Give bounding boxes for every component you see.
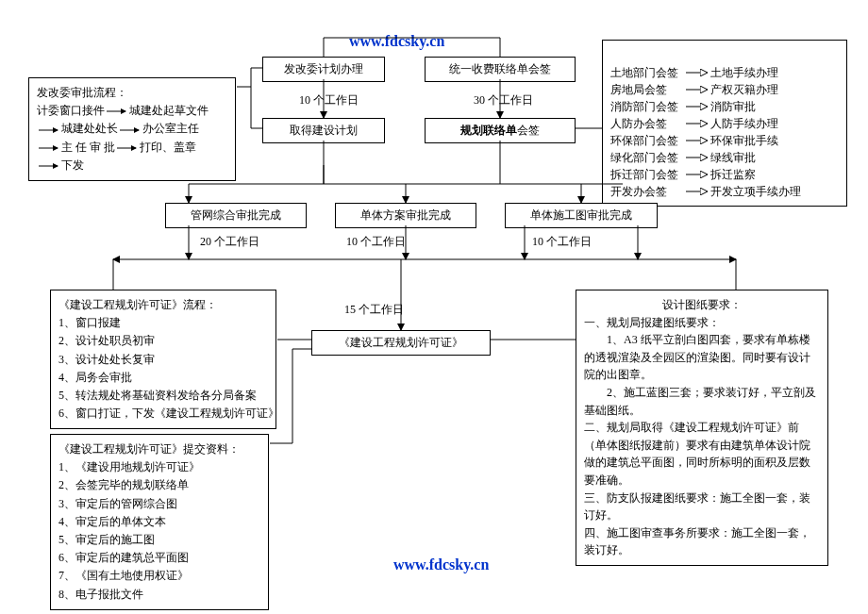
legend-row-1: 房地局会签产权灭籍办理 (610, 81, 839, 98)
union-bold: 规划联络单 (460, 124, 517, 137)
panel-legend: 土地部门会签土地手续办理 房地局会签产权灭籍办理 消防部门会签消防审批 人防办会… (602, 40, 847, 207)
legend-row-6: 拆迁部门会签拆迁监察 (610, 166, 839, 183)
proc-3: 3、设计处处长复审 (58, 351, 268, 369)
req-l1a: 1、A3 纸平立剖白图四套，要求有单栋楼的透视渲染及全园区的渲染图。同时要有设计… (584, 331, 820, 384)
flow-row3: 主 任 审 批打印、盖章 (37, 139, 227, 157)
req-title: 设计图纸要求： (584, 296, 820, 314)
legend-row-4: 环保部门会签环保审批手续 (610, 132, 839, 149)
label-20days: 20 个工作日 (198, 234, 261, 250)
panel-submit: 《建设工程规划许可证》提交资料： 1、《建设用地规划许可证》 2、会签完毕的规划… (50, 434, 269, 610)
label-10days-a: 10 个工作日 (344, 234, 408, 250)
submit-7: 7、《国有土地使用权证》 (58, 567, 260, 585)
label-10days-b: 10 个工作日 (530, 234, 593, 250)
box-scheme-done: 单体方案审批完成 (335, 203, 476, 228)
flow-row1: 计委窗口接件城建处起草文件 (37, 102, 227, 120)
legend-row-5: 绿化部门会签绿线审批 (610, 149, 839, 166)
proc-title: 《建设工程规划许可证》流程： (58, 296, 268, 314)
req-l1b: 2、施工蓝图三套；要求装订好，平立剖及基础图纸。 (584, 384, 820, 419)
proc-6: 6、窗口打证，下发《建设工程规划许可证》 (58, 405, 268, 423)
flow-title: 发改委审批流程： (37, 84, 227, 102)
box-construction-done: 单体施工图审批完成 (505, 203, 658, 228)
req-l2: 二、规划局取得《建设工程规划许可证》前（单体图纸报建前）要求有由建筑单体设计院做… (584, 419, 820, 489)
box-pipe-done: 管网综合审批完成 (165, 203, 307, 228)
flow-row4: 下发 (37, 157, 227, 174)
legend-row-2: 消防部门会签消防审批 (610, 98, 839, 115)
label-15days: 15 个工作日 (342, 302, 406, 318)
box-union-sign: 规划联络单会签 (425, 118, 576, 143)
union-suffix: 会签 (517, 124, 540, 137)
proc-5: 5、转法规处将基础资料发给各分局备案 (58, 387, 268, 405)
box-get-plan: 取得建设计划 (262, 118, 385, 143)
legend-row-0: 土地部门会签土地手续办理 (610, 64, 839, 81)
submit-1: 1、《建设用地规划许可证》 (58, 458, 260, 476)
legend-row-3: 人防办会签人防手续办理 (610, 115, 839, 132)
submit-title: 《建设工程规划许可证》提交资料： (58, 440, 260, 458)
submit-2: 2、会签完毕的规划联络单 (58, 476, 260, 494)
proc-2: 2、设计处职员初审 (58, 332, 268, 350)
flow-row2: 城建处处长办公室主任 (37, 120, 227, 138)
label-10days-top: 10 个工作日 (297, 92, 360, 108)
box-permit: 《建设工程规划许可证》 (311, 330, 491, 356)
panel-requirements: 设计图纸要求： 一、规划局报建图纸要求： 1、A3 纸平立剖白图四套，要求有单栋… (576, 290, 828, 566)
req-l4: 四、施工图审查事务所要求：施工全图一套，装订好。 (584, 524, 820, 559)
box-plan: 发改委计划办理 (262, 57, 385, 82)
proc-4: 4、局务会审批 (58, 369, 268, 387)
proc-1: 1、窗口报建 (58, 314, 268, 332)
legend-row-7: 开发办会签开发立项手续办理 (610, 183, 839, 200)
watermark-url-bottom: www.fdcsky.cn (393, 556, 489, 573)
submit-3: 3、审定后的管网综合图 (58, 495, 260, 513)
panel-process: 《建设工程规划许可证》流程： 1、窗口报建 2、设计处职员初审 3、设计处处长复… (50, 290, 276, 429)
req-l3: 三、防支队报建图纸要求：施工全图一套，装订好。 (584, 490, 820, 524)
submit-4: 4、审定后的单体文本 (58, 513, 260, 531)
submit-8: 8、电子报批文件 (58, 586, 260, 604)
label-30days-top: 30 个工作日 (472, 92, 535, 108)
panel-approval-flow: 发改委审批流程： 计委窗口接件城建处起草文件 城建处处长办公室主任 主 任 审 … (28, 77, 236, 181)
box-fee: 统一收费联络单会签 (425, 57, 576, 82)
req-l1: 一、规划局报建图纸要求： (584, 314, 820, 332)
submit-6: 6、审定后的建筑总平面图 (58, 549, 260, 567)
watermark-url-top: www.fdcsky.cn (349, 33, 444, 50)
submit-5: 5、审定后的施工图 (58, 531, 260, 549)
